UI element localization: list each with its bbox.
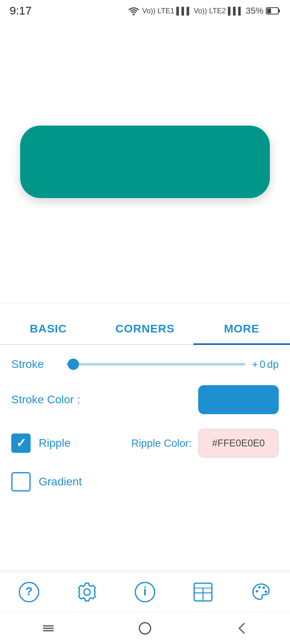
preview-button[interactable] (20, 126, 270, 198)
stroke-color-label: Stroke Color : (11, 393, 198, 406)
ripple-color-section: Ripple Color: #FFE0E0E0 (131, 429, 279, 458)
tab-basic[interactable]: BASIC (0, 311, 97, 344)
gradient-label: Gradient (39, 475, 82, 488)
gradient-row: Gradient (11, 472, 279, 491)
wifi-icon (128, 6, 140, 15)
stroke-slider-thumb[interactable] (68, 359, 79, 370)
ripple-label: Ripple (39, 437, 70, 450)
battery-icon (266, 6, 280, 15)
nav-settings[interactable] (74, 579, 100, 605)
android-nav (0, 612, 290, 644)
stroke-color-swatch[interactable] (198, 385, 279, 414)
ripple-color-value: #FFE0E0E0 (212, 438, 265, 449)
tab-corners[interactable]: CORNERS (97, 311, 193, 344)
svg-point-0 (133, 14, 135, 16)
ripple-checkbox[interactable]: ✓ (11, 433, 31, 453)
status-time: 9:17 (10, 4, 32, 17)
recent-apps-icon (40, 620, 56, 636)
stroke-slider-container (66, 363, 245, 365)
settings-panel: Stroke + 0 dp Stroke Color : ✓ Ripple Ri… (0, 345, 290, 508)
signal-text: Vo)) LTE1 ▌▌▌ Vo)) LTE2 ▌▌▌ (142, 7, 243, 15)
svg-point-15 (265, 590, 267, 593)
svg-rect-9 (194, 583, 212, 588)
question-circle-icon: ? (19, 582, 39, 603)
stroke-color-row: Stroke Color : (11, 385, 279, 414)
stroke-number: 0 (260, 358, 265, 371)
palette-icon (251, 582, 271, 603)
tabs-container: BASIC CORNERS MORE (0, 311, 290, 345)
stroke-plus: + (252, 358, 258, 371)
info-circle-icon: i (135, 582, 155, 603)
home-icon (137, 620, 153, 636)
ripple-row: ✓ Ripple Ripple Color: #FFE0E0E0 (11, 429, 279, 458)
layout-icon (193, 582, 213, 603)
nav-info[interactable]: i (132, 579, 158, 605)
nav-palette[interactable] (248, 579, 274, 605)
divider-above-tabs (0, 303, 290, 303)
stroke-unit: dp (267, 358, 279, 371)
android-home-btn[interactable] (137, 620, 153, 636)
preview-area (0, 21, 290, 303)
svg-rect-3 (267, 8, 271, 13)
stroke-label: Stroke (11, 358, 60, 371)
ripple-color-swatch[interactable]: #FFE0E0E0 (198, 429, 279, 458)
svg-rect-19 (139, 623, 151, 634)
status-bar: 9:17 Vo)) LTE1 ▌▌▌ Vo)) LTE2 ▌▌▌ 35% (0, 0, 290, 21)
bottom-nav: ? i (0, 572, 290, 612)
status-icons: Vo)) LTE1 ▌▌▌ Vo)) LTE2 ▌▌▌ 35% (128, 6, 280, 16)
svg-rect-2 (278, 9, 280, 12)
nav-layout[interactable] (190, 579, 216, 605)
back-icon (234, 620, 250, 636)
stroke-row: Stroke + 0 dp (11, 358, 279, 371)
svg-text:?: ? (25, 584, 33, 598)
stroke-slider-track[interactable] (66, 363, 245, 365)
tab-more[interactable]: MORE (193, 311, 290, 344)
svg-point-12 (256, 590, 258, 592)
svg-point-13 (258, 586, 261, 588)
android-back-btn[interactable] (234, 620, 250, 636)
svg-text:i: i (143, 584, 147, 598)
nav-help[interactable]: ? (16, 579, 42, 605)
stroke-value: + 0 dp (252, 358, 279, 371)
ripple-checkmark: ✓ (16, 437, 26, 449)
battery-text: 35% (246, 6, 263, 16)
gear-icon (77, 582, 97, 603)
ripple-color-label: Ripple Color: (131, 437, 192, 450)
svg-point-14 (263, 586, 265, 589)
android-recent-btn[interactable] (40, 620, 56, 636)
gradient-checkbox[interactable] (11, 472, 31, 491)
